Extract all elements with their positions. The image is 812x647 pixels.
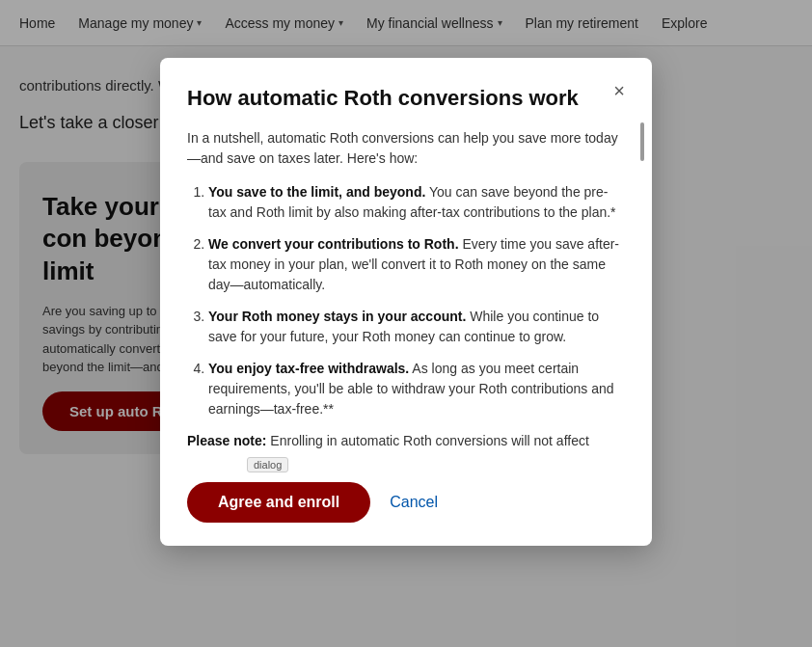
please-note-bold: Please note:: [187, 433, 266, 448]
step-4-bold: You enjoy tax-free withdrawals.: [208, 361, 409, 376]
dialog-header: How automatic Roth conversions work: [160, 58, 652, 113]
scroll-indicator: [640, 122, 644, 161]
dialog-badge: dialog: [247, 457, 288, 472]
step-2-bold: We convert your contributions to Roth.: [208, 236, 459, 252]
please-note-text: Enrolling in automatic Roth conversions …: [266, 433, 588, 448]
steps-list: You save to the limit, and beyond. You c…: [187, 182, 625, 419]
dialog-footer: Agree and enroll dialog Cancel: [160, 467, 652, 546]
step-1-bold: You save to the limit, and beyond.: [208, 184, 425, 200]
roth-conversions-dialog: How automatic Roth conversions work × In…: [160, 58, 652, 546]
step-2: We convert your contributions to Roth. E…: [208, 234, 625, 295]
modal-overlay: How automatic Roth conversions work × In…: [0, 0, 812, 647]
cancel-button[interactable]: Cancel: [390, 494, 438, 511]
step-4: You enjoy tax-free withdrawals. As long …: [208, 359, 625, 419]
agree-enroll-button[interactable]: Agree and enroll: [187, 482, 370, 523]
dialog-intro: In a nutshell, automatic Roth conversion…: [187, 128, 625, 169]
step-3: Your Roth money stays in your account. W…: [208, 307, 625, 347]
close-dialog-button[interactable]: ×: [606, 77, 633, 104]
dialog-title: How automatic Roth conversions work: [187, 85, 606, 113]
step-3-bold: Your Roth money stays in your account.: [208, 309, 466, 324]
dialog-body[interactable]: In a nutshell, automatic Roth conversion…: [160, 113, 652, 467]
please-note: Please note: Enrolling in automatic Roth…: [187, 431, 625, 451]
step-1: You save to the limit, and beyond. You c…: [208, 182, 625, 223]
